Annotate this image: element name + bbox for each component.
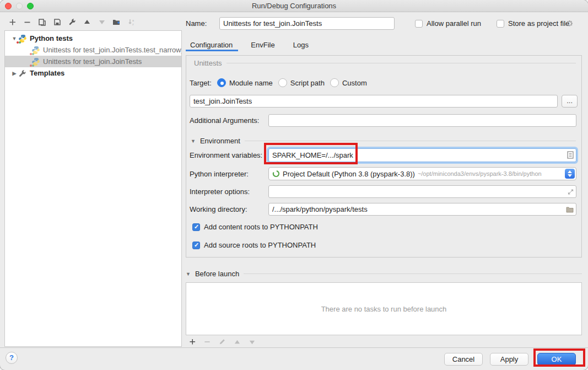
interpreter-options-label: Interpreter options:	[190, 187, 268, 196]
interpreter-options-row: Interpreter options:	[190, 185, 576, 198]
python-interpreter-row: Python interpreter: Project Default (Pyt…	[190, 167, 576, 180]
move-up-icon[interactable]	[82, 18, 91, 27]
working-directory-input[interactable]	[268, 203, 576, 216]
store-as-project-file-checkbox[interactable]	[497, 20, 504, 28]
interpreter-options-input[interactable]	[268, 185, 576, 198]
edit-task-icon	[218, 338, 226, 346]
help-button[interactable]: ?	[6, 352, 18, 364]
configurations-tree: ▼ Python tests Unittests for test_join.J…	[4, 30, 182, 347]
dropdown-stepper-icon[interactable]	[565, 169, 575, 179]
environment-variables-label: Environment variables:	[190, 151, 268, 159]
test-badge-icon	[17, 41, 21, 44]
configurations-toolbar: az	[8, 17, 136, 27]
ok-button[interactable]: OK	[537, 353, 576, 366]
store-as-project-file-option[interactable]: Store as project file	[497, 19, 569, 28]
before-launch-section-header[interactable]: ▼ Before launch	[186, 270, 582, 278]
browse-variables-icon[interactable]	[567, 151, 574, 159]
python-interpreter-select[interactable]: Project Default (Python 3.8 (pyspark-3.8…	[268, 167, 576, 180]
close-window-button[interactable]	[5, 3, 12, 9]
store-settings-gear-icon[interactable]	[565, 19, 574, 28]
tree-item-unittests-test-narrow[interactable]: Unittests for test_join.JoinTests.test_n…	[5, 44, 181, 56]
collapse-arrow-icon[interactable]: ▼	[10, 36, 18, 41]
tree-item-python-tests[interactable]: ▼ Python tests	[5, 33, 181, 44]
target-option-script-path[interactable]: Script path	[278, 78, 325, 87]
add-content-roots-option[interactable]: Add content roots to PYTHONPATH	[192, 223, 318, 231]
tab-logs[interactable]: Logs	[293, 41, 309, 49]
tree-item-label: Unittests for test_join.JoinTests	[43, 57, 142, 66]
script-path-radio[interactable]	[278, 78, 287, 87]
tab-bar: Configuration EnvFile Logs	[190, 39, 327, 50]
edit-templates-icon[interactable]	[67, 18, 77, 27]
tree-item-label: Python tests	[30, 34, 73, 42]
environment-section-header[interactable]: ▼ Environment	[191, 137, 576, 145]
expand-arrow-icon[interactable]: ▶	[10, 71, 18, 76]
add-source-roots-checkbox[interactable]	[192, 242, 200, 249]
module-name-radio[interactable]	[217, 78, 226, 87]
tab-configuration[interactable]: Configuration	[190, 41, 233, 49]
minimize-window-button	[16, 3, 23, 9]
target-value-input[interactable]	[190, 95, 558, 108]
add-configuration-icon[interactable]	[8, 18, 17, 27]
add-task-icon[interactable]	[188, 338, 196, 346]
target-option-custom[interactable]: Custom	[330, 78, 367, 87]
working-directory-row: Working directory:	[190, 203, 576, 216]
before-launch-empty-message: There are no tasks to run before launch	[321, 305, 447, 313]
titlebar: Run/Debug Configurations	[0, 0, 588, 12]
run-debug-configurations-dialog: Run/Debug Configurations az	[0, 0, 588, 370]
add-content-roots-label: Add content roots to PYTHONPATH	[204, 223, 318, 231]
custom-radio[interactable]	[330, 78, 339, 87]
divider	[226, 63, 576, 63]
conda-environment-icon	[272, 170, 280, 178]
sort-configurations-icon: az	[127, 18, 136, 27]
apply-button[interactable]: Apply	[490, 353, 528, 366]
tab-envfile[interactable]: EnvFile	[251, 41, 274, 49]
target-label: Target:	[190, 79, 217, 87]
svg-text:z: z	[132, 23, 134, 26]
collapse-arrow-icon[interactable]: ▼	[191, 138, 196, 144]
add-source-roots-label: Add source roots to PYTHONPATH	[204, 241, 316, 249]
browse-target-button[interactable]: ...	[562, 95, 578, 108]
save-configuration-icon[interactable]	[52, 18, 62, 27]
target-option-module-name[interactable]: Module name	[217, 78, 273, 87]
name-input[interactable]	[219, 17, 395, 30]
tree-item-templates[interactable]: ▶ Templates	[5, 67, 181, 79]
unittests-group-header: Unittests	[194, 59, 576, 67]
python-tests-icon	[18, 34, 27, 43]
allow-parallel-run-option[interactable]: Allow parallel run	[415, 19, 481, 28]
window-title: Run/Debug Configurations	[252, 2, 336, 10]
environment-variables-row: Environment variables:	[190, 148, 576, 162]
interpreter-value: Project Default (Python 3.8 (pyspark-3.8…	[283, 170, 415, 178]
active-tab-indicator	[186, 50, 238, 51]
additional-arguments-input[interactable]	[268, 114, 576, 127]
unittests-group-title: Unittests	[194, 59, 222, 67]
additional-arguments-row: Additional Arguments:	[190, 114, 576, 127]
move-task-down-icon	[248, 338, 256, 346]
allow-parallel-run-label: Allow parallel run	[427, 19, 481, 28]
test-badge-icon	[30, 53, 35, 56]
collapse-arrow-icon[interactable]: ▼	[186, 271, 191, 277]
tree-item-unittests-jointests-selected[interactable]: Unittests for test_join.JoinTests	[5, 56, 181, 67]
cancel-button[interactable]: Cancel	[444, 353, 483, 366]
environment-variables-input[interactable]	[268, 148, 576, 162]
tree-item-label: Unittests for test_join.JoinTests.test_n…	[43, 46, 181, 54]
store-as-project-file-label: Store as project file	[508, 19, 569, 28]
remove-configuration-icon[interactable]	[23, 18, 32, 27]
python-interpreter-label: Python interpreter:	[190, 170, 268, 178]
svg-text:a: a	[132, 19, 134, 22]
copy-configuration-icon[interactable]	[37, 18, 47, 27]
python-test-icon	[31, 57, 40, 66]
name-label: Name:	[186, 19, 219, 28]
additional-arguments-label: Additional Arguments:	[190, 116, 268, 125]
add-content-roots-checkbox[interactable]	[192, 223, 200, 231]
working-directory-label: Working directory:	[190, 205, 268, 213]
configuration-panel: Unittests Target: Module name Script pat…	[186, 55, 582, 258]
new-folder-icon[interactable]	[112, 18, 121, 27]
allow-parallel-run-checkbox[interactable]	[415, 20, 423, 28]
move-down-icon	[97, 18, 106, 27]
name-row: Name:	[186, 17, 395, 30]
zoom-window-button[interactable]	[27, 3, 34, 9]
add-source-roots-option[interactable]: Add source roots to PYTHONPATH	[192, 241, 316, 249]
python-test-icon	[31, 46, 40, 55]
browse-folder-icon[interactable]	[566, 206, 574, 213]
expand-field-icon[interactable]	[568, 189, 574, 195]
